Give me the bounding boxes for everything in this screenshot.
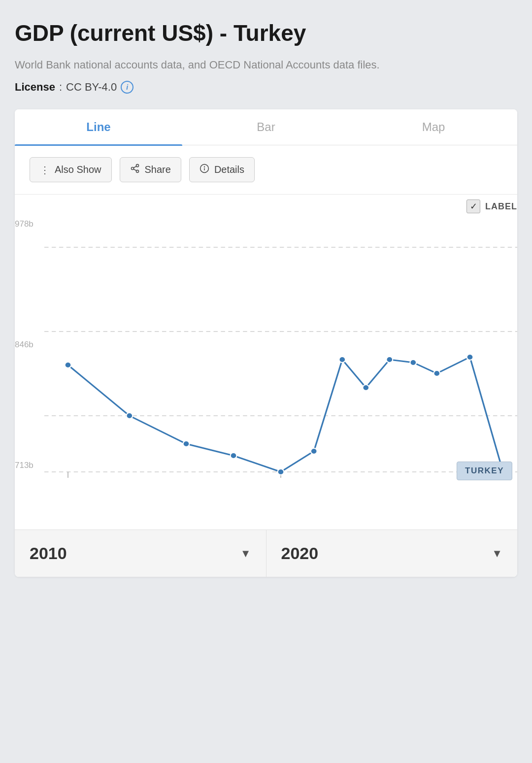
start-year-dropdown-arrow: ▼ bbox=[240, 547, 251, 560]
line-chart bbox=[44, 219, 517, 500]
svg-line-4 bbox=[133, 166, 136, 168]
share-button[interactable]: Share bbox=[120, 157, 181, 182]
tab-bar[interactable]: Bar bbox=[182, 109, 350, 145]
end-year-value: 2020 bbox=[281, 544, 319, 563]
label-text: LABEL bbox=[485, 201, 517, 212]
svg-point-18 bbox=[231, 453, 237, 459]
y-label-bottom: 713b bbox=[15, 461, 44, 470]
y-label-mid: 846b bbox=[15, 340, 44, 350]
svg-point-25 bbox=[433, 370, 440, 376]
y-label-top: 978b bbox=[15, 219, 44, 229]
start-year-selector[interactable]: 2010 ▼ bbox=[15, 530, 266, 577]
y-axis: 978b 846b 713b bbox=[15, 195, 44, 500]
tabs-container: Line Bar Map bbox=[15, 109, 517, 145]
svg-point-24 bbox=[410, 360, 416, 365]
svg-line-3 bbox=[133, 169, 136, 170]
year-selectors: 2010 ▼ 2020 ▼ bbox=[15, 530, 517, 577]
license-value: CC BY-4.0 bbox=[66, 81, 117, 94]
chart-area: ✓ LABEL 978b 846b 713b bbox=[15, 195, 517, 530]
label-checkbox[interactable]: ✓ bbox=[466, 199, 480, 213]
toolbar: ⋮ Also Show Share Details bbox=[15, 145, 517, 195]
details-icon bbox=[200, 164, 209, 176]
turkey-tooltip: TURKEY bbox=[457, 462, 512, 480]
subtitle: World Bank national accounts data, and O… bbox=[15, 57, 517, 73]
also-show-label: Also Show bbox=[55, 164, 101, 175]
chart-card: Line Bar Map ⋮ Also Show Share bbox=[15, 109, 517, 577]
svg-point-16 bbox=[126, 413, 133, 419]
also-show-button[interactable]: ⋮ Also Show bbox=[30, 157, 112, 182]
share-label: Share bbox=[145, 164, 171, 175]
page-title: GDP (current US$) - Turkey bbox=[15, 20, 517, 47]
svg-point-21 bbox=[339, 357, 345, 363]
end-year-dropdown-arrow: ▼ bbox=[492, 547, 502, 560]
info-icon[interactable]: i bbox=[121, 81, 133, 94]
svg-point-17 bbox=[183, 441, 190, 447]
license-label: License bbox=[15, 81, 55, 94]
start-year-value: 2010 bbox=[30, 544, 67, 563]
svg-point-20 bbox=[311, 448, 317, 454]
svg-point-23 bbox=[386, 357, 393, 363]
license-separator: : bbox=[59, 81, 62, 94]
svg-point-15 bbox=[65, 362, 71, 368]
svg-point-19 bbox=[278, 469, 284, 475]
details-button[interactable]: Details bbox=[189, 157, 255, 182]
svg-point-22 bbox=[363, 385, 369, 391]
share-icon bbox=[130, 164, 140, 176]
svg-point-26 bbox=[467, 354, 473, 360]
tab-map[interactable]: Map bbox=[350, 109, 517, 145]
also-show-icon: ⋮ bbox=[40, 164, 50, 176]
license-row: License : CC BY-4.0 i bbox=[15, 81, 517, 94]
end-year-selector[interactable]: 2020 ▼ bbox=[266, 530, 518, 577]
label-toggle-row: ✓ LABEL bbox=[466, 199, 517, 213]
details-label: Details bbox=[214, 164, 244, 175]
tab-line[interactable]: Line bbox=[15, 109, 182, 145]
